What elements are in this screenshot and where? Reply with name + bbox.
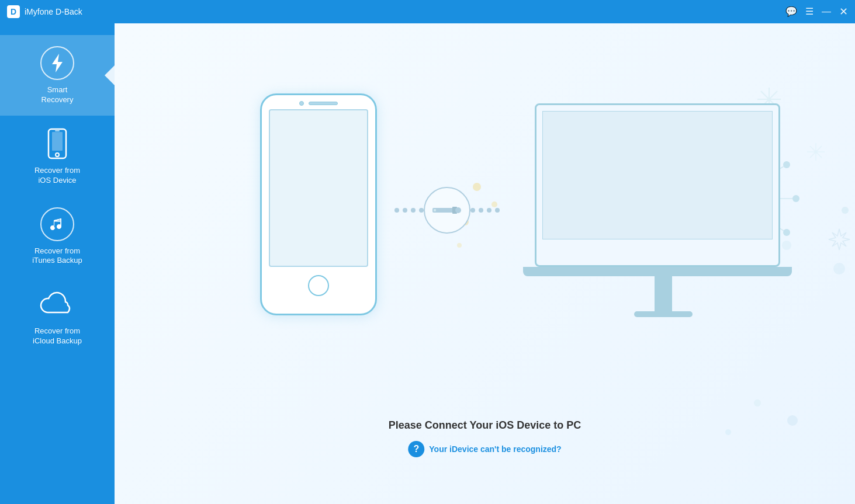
dot-8 — [495, 208, 500, 213]
sidebar-label-smart-recovery: SmartRecovery — [41, 85, 74, 105]
music-circle-icon — [40, 207, 74, 241]
app-icon: D — [7, 5, 20, 18]
dot-3 — [411, 208, 416, 213]
dot-2 — [403, 208, 407, 213]
title-bar: D iMyfone D-Back 💬 ☰ — ✕ — [0, 0, 855, 23]
laptop-illustration — [535, 103, 792, 317]
usb-circle — [424, 187, 470, 234]
iphone-speaker — [309, 102, 338, 105]
sidebar-label-recover-itunes: Recover fromiTunes Backup — [32, 246, 82, 266]
sidebar-item-smart-recovery[interactable]: SmartRecovery — [0, 35, 115, 116]
app-title: iMyfone D-Back — [25, 7, 82, 16]
app-icon-letter: D — [11, 7, 16, 16]
svg-point-51 — [787, 415, 798, 426]
help-row: ? Your iDevice can't be recognized? — [389, 441, 581, 457]
cloud-icon — [40, 291, 75, 317]
svg-point-52 — [725, 429, 731, 435]
content-area: Please Connect Your iOS Device to PC ? Y… — [115, 23, 855, 504]
phone-icon — [47, 128, 67, 159]
iphone-bottom — [262, 267, 375, 302]
laptop-base — [523, 267, 792, 276]
bottom-text-area: Please Connect Your iOS Device to PC ? Y… — [389, 419, 581, 457]
dots-left — [394, 208, 424, 213]
dot-5 — [470, 208, 475, 213]
sidebar-label-recover-icloud: Recover fromiCloud Backup — [33, 326, 82, 346]
svg-point-55 — [455, 207, 461, 213]
iphone-top — [262, 95, 375, 109]
svg-rect-4 — [55, 130, 60, 131]
usb-plug-icon — [432, 203, 462, 217]
svg-rect-2 — [52, 132, 63, 151]
connect-text: Please Connect Your iOS Device to PC — [389, 419, 581, 432]
sidebar: SmartRecovery Recover fromiOS Device — [0, 23, 115, 504]
illustration-area — [115, 58, 855, 362]
svg-point-3 — [56, 153, 59, 157]
laptop-foot — [634, 311, 693, 317]
close-button[interactable]: ✕ — [839, 6, 848, 17]
chat-button[interactable]: 💬 — [785, 7, 797, 16]
svg-point-5 — [51, 225, 55, 230]
icloud-icon-container — [40, 287, 75, 322]
svg-point-6 — [57, 224, 61, 228]
dot-7 — [487, 208, 491, 213]
bolt-circle-icon — [40, 46, 74, 80]
sidebar-label-recover-ios: Recover fromiOS Device — [34, 166, 80, 186]
iphone-camera — [299, 101, 304, 106]
svg-point-50 — [754, 399, 761, 406]
svg-rect-56 — [434, 209, 436, 211]
usb-connector-area — [394, 187, 500, 234]
help-link[interactable]: Your iDevice can't be recognized? — [429, 444, 561, 454]
laptop-stand — [655, 276, 672, 311]
menu-button[interactable]: ☰ — [805, 7, 814, 16]
laptop-screen — [542, 111, 773, 239]
bolt-icon — [49, 53, 66, 74]
itunes-icon-container — [40, 207, 75, 242]
iphone-home-button — [308, 275, 329, 296]
main-layout: SmartRecovery Recover fromiOS Device — [0, 23, 855, 504]
iphone-screen — [269, 109, 368, 267]
sidebar-item-recover-icloud[interactable]: Recover fromiCloud Backup — [0, 276, 115, 357]
title-bar-left: D iMyfone D-Back — [7, 5, 82, 18]
minimize-button[interactable]: — — [822, 7, 831, 16]
title-bar-controls: 💬 ☰ — ✕ — [785, 6, 848, 17]
sidebar-item-recover-ios[interactable]: Recover fromiOS Device — [0, 116, 115, 196]
svg-rect-7 — [54, 220, 61, 221]
help-icon: ? — [408, 441, 424, 457]
smart-recovery-icon-container — [40, 46, 75, 81]
dot-6 — [479, 208, 483, 213]
dot-1 — [394, 208, 399, 213]
music-note-icon — [49, 216, 65, 232]
sidebar-item-recover-itunes[interactable]: Recover fromiTunes Backup — [0, 196, 115, 277]
iphone-illustration — [260, 93, 377, 315]
svg-marker-0 — [52, 54, 63, 72]
dot-4 — [419, 208, 424, 213]
dots-right — [470, 208, 500, 213]
ios-device-icon-container — [40, 126, 75, 161]
laptop-screen-body — [535, 103, 780, 267]
